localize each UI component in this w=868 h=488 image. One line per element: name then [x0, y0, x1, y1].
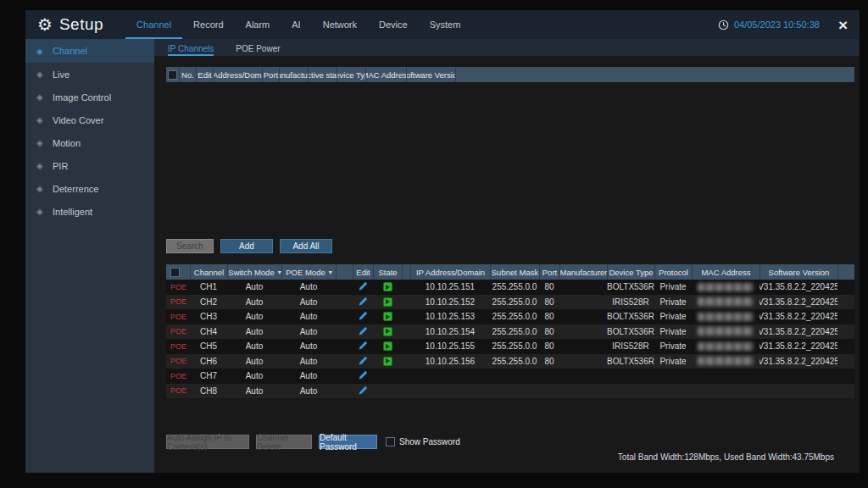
- column-header-ip-address-domain: IP Address/Domain: [213, 67, 262, 82]
- manufacturer-cell: [559, 324, 607, 340]
- sidebar-item-pir[interactable]: ◈PIR: [25, 154, 154, 177]
- table-row: POECH6AutoAuto10.10.25.156255.255.0.080B…: [166, 354, 854, 369]
- edit-pencil-icon[interactable]: [359, 385, 368, 396]
- nav-ai[interactable]: AI: [281, 10, 311, 39]
- edit-pencil-icon[interactable]: [359, 341, 368, 352]
- sidebar-item-channel[interactable]: ◈Channel: [25, 39, 154, 63]
- select-all-cell: [166, 67, 179, 82]
- default-password-button[interactable]: Default Password: [319, 435, 377, 449]
- tab-poe-power[interactable]: POE Power: [236, 39, 280, 56]
- device-type-cell: BOLTX536R: [607, 280, 654, 295]
- auto-assign-ip-button[interactable]: Auto Assign IP to Camera(s): [166, 435, 249, 449]
- nav-device[interactable]: Device: [368, 10, 419, 39]
- sidebar-item-image-control[interactable]: ◈Image Control: [25, 86, 154, 108]
- column-header-label: IP Address/Domain: [416, 268, 485, 277]
- ip-cell: 10.10.25.156: [410, 354, 490, 369]
- nav-system[interactable]: System: [419, 10, 472, 39]
- state-connected-icon[interactable]: [383, 297, 392, 307]
- sidebar-item-label: Image Control: [53, 92, 111, 103]
- sidebar-item-intelligent[interactable]: ◈Intelligent: [25, 200, 154, 223]
- add-all-button[interactable]: Add All: [280, 239, 332, 253]
- poe-cell: POE: [166, 309, 190, 324]
- edit-pencil-icon[interactable]: [359, 326, 368, 337]
- search-button[interactable]: Search: [166, 239, 214, 253]
- edit-cell: [353, 369, 373, 384]
- port-cell: [539, 369, 559, 384]
- software-version-cell: V31.35.8.2.2_220425: [760, 339, 837, 354]
- edit-pencil-icon[interactable]: [359, 356, 368, 367]
- software-version-cell: V31.35.8.2.2_220425: [760, 324, 837, 340]
- software-version-cell: [760, 384, 837, 399]
- mac-blurred-value: [698, 283, 754, 291]
- edit-cell: [353, 295, 373, 310]
- header-spacer: [837, 264, 854, 280]
- edit-pencil-icon[interactable]: [359, 297, 368, 308]
- column-header-label: State: [378, 268, 397, 277]
- column-header-device-type: Device Type: [337, 67, 365, 82]
- state-connected-icon[interactable]: [383, 357, 392, 366]
- software-version-cell: V31.35.8.2.2_220425: [760, 280, 837, 295]
- nav-record[interactable]: Record: [182, 10, 234, 39]
- diamond-icon: ◈: [36, 69, 53, 79]
- nav-channel[interactable]: Channel: [125, 10, 182, 39]
- show-password-checkbox[interactable]: [386, 437, 395, 446]
- spacer: [336, 354, 353, 369]
- spacer: [336, 295, 353, 310]
- spacer: [336, 324, 353, 340]
- device-type-cell: BOLTX536R: [607, 354, 654, 369]
- column-header-label: Subnet Mask: [492, 268, 538, 277]
- column-header-label: Device Type: [609, 268, 653, 277]
- select-all-checkbox[interactable]: [168, 70, 177, 80]
- state-connected-icon[interactable]: [383, 282, 392, 291]
- add-button[interactable]: Add: [220, 239, 273, 253]
- nav-alarm[interactable]: Alarm: [235, 10, 281, 39]
- column-header-edit: Edit: [196, 67, 213, 82]
- table-row: POECH1AutoAuto10.10.25.151255.255.0.080B…: [166, 280, 854, 295]
- column-header-poe-mode[interactable]: POE Mode▾: [281, 264, 336, 280]
- protocol-cell: [654, 384, 692, 399]
- state-connected-icon[interactable]: [383, 312, 392, 321]
- edit-pencil-icon[interactable]: [359, 370, 368, 381]
- sidebar-item-deterrence[interactable]: ◈Deterrence: [25, 177, 154, 200]
- state-connected-icon[interactable]: [383, 327, 392, 336]
- sidebar-item-label: Video Cover: [53, 115, 103, 125]
- poe-mode-cell: Auto: [281, 324, 336, 340]
- edit-pencil-icon[interactable]: [359, 311, 368, 322]
- state-cell: [373, 354, 402, 369]
- show-password-label: Show Password: [399, 437, 460, 446]
- discovery-table-header: No.EditIP Address/DomainPortManufacturer…: [166, 67, 854, 82]
- clock-area: 04/05/2023 10:50:38 ×: [718, 17, 860, 33]
- column-header-switch-mode[interactable]: Switch Mode▾: [227, 264, 281, 280]
- select-all-checkbox[interactable]: [170, 268, 180, 277]
- nav-network[interactable]: Network: [312, 10, 368, 39]
- column-header-label: MAC Address: [701, 268, 750, 277]
- sidebar-item-motion[interactable]: ◈Motion: [25, 131, 154, 154]
- table-row: POECH4AutoAuto10.10.25.154255.255.0.080B…: [166, 324, 854, 340]
- close-icon[interactable]: ×: [838, 17, 848, 33]
- table-row: POECH2AutoAuto10.10.25.152255.255.0.080I…: [166, 295, 854, 310]
- mac-cell: [692, 280, 760, 295]
- channel-cell: CH6: [190, 354, 227, 369]
- top-bar: ⚙ Setup ChannelRecordAlarmAINetworkDevic…: [25, 10, 860, 39]
- sidebar-item-live[interactable]: ◈Live: [25, 63, 154, 86]
- state-connected-icon[interactable]: [383, 341, 392, 351]
- sidebar-item-video-cover[interactable]: ◈Video Cover: [25, 108, 154, 131]
- table-row: POECH5AutoAuto10.10.25.155255.255.0.080I…: [166, 339, 854, 354]
- poe-cell: POE: [166, 384, 190, 399]
- subnet-cell: 255.255.0.0: [490, 309, 539, 324]
- mac-cell: [692, 309, 760, 324]
- ip-cell: 10.10.25.154: [410, 324, 490, 340]
- channel-delete-button[interactable]: Channel Delete: [256, 435, 312, 449]
- column-header-subnet-mask: Subnet Mask: [490, 264, 539, 280]
- edit-pencil-icon[interactable]: [359, 281, 368, 292]
- footer-actions: Auto Assign IP to Camera(s) Channel Dele…: [166, 435, 854, 449]
- manufacturer-cell: [559, 295, 607, 310]
- spacer: [402, 295, 410, 310]
- spacer: [837, 309, 854, 324]
- tab-ip-channels[interactable]: IP Channels: [168, 39, 214, 56]
- column-header-label: Port: [542, 268, 557, 277]
- device-type-cell: BOLTX536R: [607, 309, 654, 324]
- mac-cell: [692, 295, 760, 310]
- column-header-label: Manufacturer: [560, 268, 607, 277]
- sidebar-item-label: Motion: [53, 138, 81, 148]
